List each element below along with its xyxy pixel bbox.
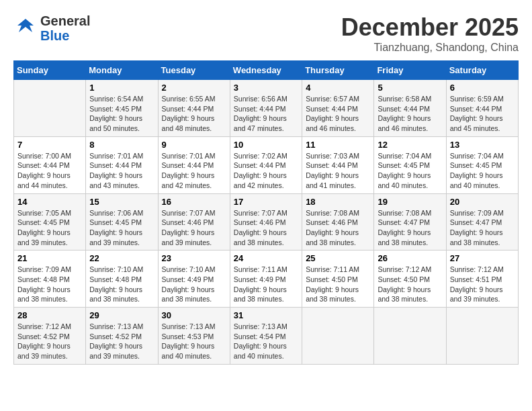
day-info: Sunrise: 7:12 AM Sunset: 4:52 PM Dayligh…: [17, 322, 82, 361]
calendar-week-row: 7Sunrise: 7:00 AM Sunset: 4:44 PM Daylig…: [14, 136, 519, 193]
day-number: 30: [162, 310, 226, 320]
day-info: Sunrise: 7:09 AM Sunset: 4:48 PM Dayligh…: [17, 265, 82, 304]
logo: General Blue: [13, 13, 90, 43]
day-info: Sunrise: 7:07 AM Sunset: 4:46 PM Dayligh…: [234, 208, 298, 248]
day-info: Sunrise: 7:04 AM Sunset: 4:45 PM Dayligh…: [450, 151, 515, 191]
calendar-cell: 14Sunrise: 7:05 AM Sunset: 4:45 PM Dayli…: [14, 193, 86, 250]
day-number: 18: [306, 197, 370, 207]
calendar-title: December 2025: [341, 13, 519, 42]
day-info: Sunrise: 7:08 AM Sunset: 4:47 PM Dayligh…: [378, 208, 442, 248]
day-info: Sunrise: 6:59 AM Sunset: 4:44 PM Dayligh…: [450, 94, 515, 134]
day-number: 9: [162, 140, 226, 150]
day-info: Sunrise: 7:03 AM Sunset: 4:44 PM Dayligh…: [306, 151, 370, 191]
calendar-cell: 26Sunrise: 7:12 AM Sunset: 4:50 PM Dayli…: [374, 250, 446, 308]
calendar-cell: 4Sunrise: 6:57 AM Sunset: 4:44 PM Daylig…: [302, 80, 374, 137]
logo-text-block: General Blue: [40, 13, 90, 43]
calendar-cell: 6Sunrise: 6:59 AM Sunset: 4:44 PM Daylig…: [446, 80, 518, 137]
day-info: Sunrise: 7:05 AM Sunset: 4:45 PM Dayligh…: [17, 208, 82, 248]
day-number: 5: [378, 83, 442, 93]
day-info: Sunrise: 7:10 AM Sunset: 4:49 PM Dayligh…: [162, 265, 226, 304]
day-number: 29: [89, 310, 154, 320]
calendar-cell: 17Sunrise: 7:07 AM Sunset: 4:46 PM Dayli…: [230, 193, 302, 250]
calendar-cell: 15Sunrise: 7:06 AM Sunset: 4:45 PM Dayli…: [86, 193, 158, 250]
calendar-cell: 16Sunrise: 7:07 AM Sunset: 4:46 PM Dayli…: [158, 193, 230, 250]
svg-marker-0: [17, 19, 34, 32]
calendar-cell: 12Sunrise: 7:04 AM Sunset: 4:45 PM Dayli…: [374, 136, 446, 193]
day-number: 1: [89, 83, 154, 93]
day-number: 24: [234, 253, 298, 263]
weekday-header-monday: Monday: [86, 61, 158, 80]
calendar-cell: 25Sunrise: 7:11 AM Sunset: 4:50 PM Dayli…: [302, 250, 374, 308]
day-number: 4: [306, 83, 370, 93]
day-number: 2: [162, 83, 226, 93]
day-info: Sunrise: 7:12 AM Sunset: 4:51 PM Dayligh…: [450, 265, 515, 304]
logo-general: General: [40, 13, 90, 28]
day-info: Sunrise: 6:55 AM Sunset: 4:44 PM Dayligh…: [162, 94, 226, 134]
calendar-cell: 13Sunrise: 7:04 AM Sunset: 4:45 PM Dayli…: [446, 136, 518, 193]
calendar-cell: 24Sunrise: 7:11 AM Sunset: 4:49 PM Dayli…: [230, 250, 302, 308]
calendar-cell: 1Sunrise: 6:54 AM Sunset: 4:45 PM Daylig…: [86, 80, 158, 137]
day-number: 3: [234, 83, 298, 93]
calendar-cell: 10Sunrise: 7:02 AM Sunset: 4:44 PM Dayli…: [230, 136, 302, 193]
calendar-cell: [374, 308, 446, 365]
day-info: Sunrise: 7:11 AM Sunset: 4:49 PM Dayligh…: [234, 265, 298, 304]
day-number: 6: [450, 83, 515, 93]
day-info: Sunrise: 6:57 AM Sunset: 4:44 PM Dayligh…: [306, 94, 370, 134]
weekday-header-sunday: Sunday: [14, 61, 86, 80]
calendar-cell: 27Sunrise: 7:12 AM Sunset: 4:51 PM Dayli…: [446, 250, 518, 308]
day-info: Sunrise: 7:10 AM Sunset: 4:48 PM Dayligh…: [89, 265, 154, 304]
day-info: Sunrise: 7:13 AM Sunset: 4:54 PM Dayligh…: [234, 322, 298, 361]
weekday-header-saturday: Saturday: [446, 61, 518, 80]
weekday-header-thursday: Thursday: [302, 61, 374, 80]
day-info: Sunrise: 7:13 AM Sunset: 4:53 PM Dayligh…: [162, 322, 226, 361]
calendar-week-row: 14Sunrise: 7:05 AM Sunset: 4:45 PM Dayli…: [14, 193, 519, 250]
calendar-cell: 18Sunrise: 7:08 AM Sunset: 4:46 PM Dayli…: [302, 193, 374, 250]
day-info: Sunrise: 7:11 AM Sunset: 4:50 PM Dayligh…: [306, 265, 370, 304]
day-number: 15: [89, 197, 154, 207]
calendar-cell: 20Sunrise: 7:09 AM Sunset: 4:47 PM Dayli…: [446, 193, 518, 250]
day-number: 25: [306, 253, 370, 263]
day-info: Sunrise: 7:02 AM Sunset: 4:44 PM Dayligh…: [234, 151, 298, 191]
calendar-title-block: December 2025 Tianzhuang, Shandong, Chin…: [341, 13, 519, 54]
page-header: General Blue December 2025 Tianzhuang, S…: [13, 13, 519, 54]
day-number: 8: [89, 140, 154, 150]
calendar-cell: 11Sunrise: 7:03 AM Sunset: 4:44 PM Dayli…: [302, 136, 374, 193]
day-info: Sunrise: 7:01 AM Sunset: 4:44 PM Dayligh…: [162, 151, 226, 191]
calendar-cell: 8Sunrise: 7:01 AM Sunset: 4:44 PM Daylig…: [86, 136, 158, 193]
day-info: Sunrise: 6:56 AM Sunset: 4:44 PM Dayligh…: [234, 94, 298, 134]
logo-blue: Blue: [40, 28, 69, 43]
day-number: 28: [17, 310, 82, 320]
weekday-header-row: SundayMondayTuesdayWednesdayThursdayFrid…: [14, 61, 519, 80]
day-info: Sunrise: 7:04 AM Sunset: 4:45 PM Dayligh…: [378, 151, 442, 191]
day-info: Sunrise: 7:06 AM Sunset: 4:45 PM Dayligh…: [89, 208, 154, 248]
calendar-cell: 22Sunrise: 7:10 AM Sunset: 4:48 PM Dayli…: [86, 250, 158, 308]
day-info: Sunrise: 7:01 AM Sunset: 4:44 PM Dayligh…: [89, 151, 154, 191]
day-number: 31: [234, 310, 298, 320]
day-info: Sunrise: 7:12 AM Sunset: 4:50 PM Dayligh…: [378, 265, 442, 304]
calendar-week-row: 1Sunrise: 6:54 AM Sunset: 4:45 PM Daylig…: [14, 80, 519, 137]
weekday-header-wednesday: Wednesday: [230, 61, 302, 80]
day-info: Sunrise: 7:00 AM Sunset: 4:44 PM Dayligh…: [17, 151, 82, 191]
day-info: Sunrise: 7:09 AM Sunset: 4:47 PM Dayligh…: [450, 208, 515, 248]
day-info: Sunrise: 7:08 AM Sunset: 4:46 PM Dayligh…: [306, 208, 370, 248]
day-number: 22: [89, 253, 154, 263]
day-number: 19: [378, 197, 442, 207]
calendar-cell: 30Sunrise: 7:13 AM Sunset: 4:53 PM Dayli…: [158, 308, 230, 365]
calendar-cell: [302, 308, 374, 365]
day-info: Sunrise: 6:58 AM Sunset: 4:44 PM Dayligh…: [378, 94, 442, 134]
day-info: Sunrise: 6:54 AM Sunset: 4:45 PM Dayligh…: [89, 94, 154, 134]
calendar-cell: 19Sunrise: 7:08 AM Sunset: 4:47 PM Dayli…: [374, 193, 446, 250]
calendar-cell: 7Sunrise: 7:00 AM Sunset: 4:44 PM Daylig…: [14, 136, 86, 193]
day-number: 23: [162, 253, 226, 263]
day-number: 27: [450, 253, 515, 263]
day-number: 12: [378, 140, 442, 150]
day-info: Sunrise: 7:07 AM Sunset: 4:46 PM Dayligh…: [162, 208, 226, 248]
calendar-week-row: 21Sunrise: 7:09 AM Sunset: 4:48 PM Dayli…: [14, 250, 519, 308]
calendar-cell: 5Sunrise: 6:58 AM Sunset: 4:44 PM Daylig…: [374, 80, 446, 137]
weekday-header-friday: Friday: [374, 61, 446, 80]
day-number: 21: [17, 253, 82, 263]
day-number: 7: [17, 140, 82, 150]
day-number: 10: [234, 140, 298, 150]
day-number: 16: [162, 197, 226, 207]
calendar-cell: 2Sunrise: 6:55 AM Sunset: 4:44 PM Daylig…: [158, 80, 230, 137]
